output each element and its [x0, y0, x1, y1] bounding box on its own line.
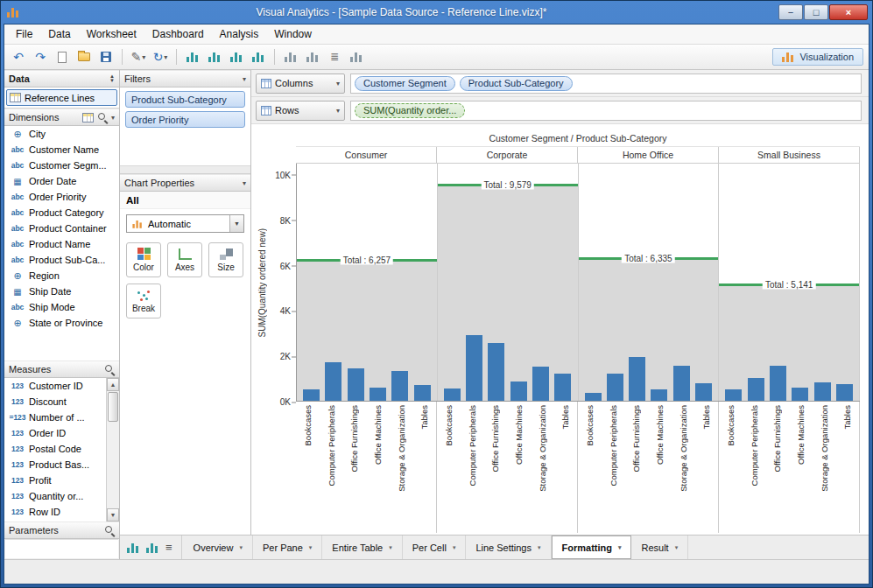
field-quantity-or[interactable]: 123Quantity or... — [4, 488, 106, 504]
field-discount[interactable]: 123Discount — [4, 394, 106, 410]
bar-tables[interactable] — [836, 384, 853, 401]
bar-storage-organization[interactable] — [814, 382, 831, 401]
bar-bookcases[interactable] — [725, 389, 742, 401]
open-button[interactable] — [75, 47, 93, 66]
tab-per-cell[interactable]: Per Cell▾ — [403, 536, 467, 559]
search-icon[interactable] — [97, 112, 108, 122]
pill-customer-segment[interactable]: Customer Segment — [355, 76, 455, 91]
color-button[interactable]: Color — [126, 242, 161, 277]
bar-bookcases[interactable] — [303, 389, 320, 401]
field-state-or-province[interactable]: ⊕State or Province — [4, 315, 119, 331]
mark-type-select[interactable]: Automatic ▼ — [126, 214, 244, 233]
field-customer-segm[interactable]: abcCustomer Segm... — [4, 158, 119, 173]
search-icon[interactable] — [104, 364, 115, 374]
scroll-thumb[interactable] — [108, 392, 118, 422]
field-customer-id[interactable]: 123Customer ID — [4, 378, 106, 394]
field-product-sub-ca[interactable]: abcProduct Sub-Ca... — [4, 252, 119, 268]
bar-office-machines[interactable] — [370, 388, 386, 401]
bar-office-machines[interactable] — [651, 389, 667, 401]
title-bar[interactable]: Visual Analytics - [Sample Data Source -… — [4, 1, 869, 24]
field-customer-name[interactable]: abcCustomer Name — [4, 142, 119, 158]
chevron-down-icon[interactable]: ▾ — [243, 179, 246, 187]
field-region[interactable]: ⊕Region — [4, 268, 119, 284]
filter-pill-product-sub-category[interactable]: Product Sub-Category — [125, 91, 245, 108]
scroll-up-button[interactable]: ▲ — [107, 378, 119, 391]
bar-chart-icon[interactable] — [127, 542, 139, 553]
data-source-reference-lines[interactable]: Reference Lines — [6, 89, 117, 106]
bar-office-furnishings[interactable] — [770, 366, 786, 401]
bar-storage-organization[interactable] — [532, 367, 549, 401]
undo-button[interactable]: ↶ — [10, 47, 27, 66]
view-data-icon[interactable] — [82, 113, 94, 122]
bar-computer-peripherals[interactable] — [748, 378, 764, 401]
chart-pane-corporate[interactable]: Total : 9,579 — [438, 164, 579, 401]
grid-chart-icon[interactable] — [146, 542, 158, 553]
field-row-id[interactable]: 123Row ID — [4, 504, 106, 520]
format-grid-button[interactable]: ≣ — [326, 47, 343, 66]
measures-header[interactable]: Measures — [4, 360, 119, 378]
new-sheet-button[interactable] — [53, 47, 71, 66]
bar-office-furnishings[interactable] — [629, 357, 645, 401]
bar-bookcases[interactable] — [444, 388, 461, 401]
bar-computer-peripherals[interactable] — [466, 335, 482, 401]
bar-bookcases[interactable] — [585, 393, 602, 401]
columns-shelf[interactable]: Customer SegmentProduct Sub-Category — [350, 74, 862, 94]
collapse-expand-icon[interactable]: ▲▼ — [109, 74, 115, 83]
maximize-button[interactable]: □ — [804, 4, 828, 20]
rows-control[interactable]: Rows ▾ — [256, 101, 345, 121]
columns-control[interactable]: Columns ▾ — [256, 74, 345, 94]
chevron-down-icon[interactable]: ▾ — [243, 75, 246, 83]
menu-dashboard[interactable]: Dashboard — [144, 24, 212, 44]
parameters-header[interactable]: Parameters — [4, 522, 119, 539]
bar-computer-peripherals[interactable] — [607, 374, 623, 401]
filters-header[interactable]: Filters ▾ — [120, 70, 250, 88]
bar-office-machines[interactable] — [510, 382, 527, 401]
scroll-down-button[interactable]: ▼ — [107, 508, 119, 522]
tab-per-pane[interactable]: Per Pane▾ — [253, 536, 322, 559]
bar-tables[interactable] — [695, 383, 712, 401]
data-panel-header[interactable]: Data ▲▼ — [4, 70, 119, 88]
ruler-bars-chart-button[interactable] — [228, 47, 245, 66]
menu-window[interactable]: Window — [266, 24, 320, 44]
tab-formatting[interactable]: Formatting▾ — [552, 536, 632, 559]
field-order-id[interactable]: 123Order ID — [4, 425, 106, 441]
bar-tables[interactable] — [554, 374, 571, 401]
tab-line-settings[interactable]: Line Settings▾ — [466, 536, 551, 559]
highlight-bars-chart-button[interactable] — [250, 47, 267, 66]
measures-scrollbar[interactable]: ▲ ▼ — [106, 378, 119, 522]
save-button[interactable] — [97, 47, 115, 66]
refresh-button[interactable]: ↻▾ — [151, 47, 169, 66]
filters-shelf[interactable]: Product Sub-CategoryOrder Priority — [120, 88, 250, 166]
close-button[interactable]: × — [829, 4, 868, 20]
break-button[interactable]: Break — [126, 284, 161, 318]
field-number-of[interactable]: =123Number of ... — [4, 410, 106, 425]
menu-analysis[interactable]: Analysis — [212, 24, 267, 44]
field-city[interactable]: ⊕City — [4, 126, 119, 142]
add-bars-chart-button[interactable] — [184, 47, 201, 66]
select-chart-button[interactable] — [282, 47, 299, 66]
filter-pill-order-priority[interactable]: Order Priority — [125, 111, 245, 128]
pill-sum-quantity-order[interactable]: SUM(Quantity order... — [355, 103, 465, 118]
chart-properties-header[interactable]: Chart Properties ▾ — [120, 174, 250, 192]
menu-worksheet[interactable]: Worksheet — [79, 24, 144, 44]
bar-office-furnishings[interactable] — [488, 343, 504, 401]
menu-file[interactable]: File — [8, 24, 40, 44]
field-product-name[interactable]: abcProduct Name — [4, 236, 119, 252]
menu-data[interactable]: Data — [40, 24, 78, 44]
tab-result[interactable]: Result▾ — [631, 536, 688, 559]
rows-shelf[interactable]: SUM(Quantity order... — [350, 101, 862, 121]
dimensions-header[interactable]: Dimensions ▾ — [4, 108, 119, 126]
visualization-button[interactable]: Visualization — [772, 48, 863, 66]
field-ship-date[interactable]: ▦Ship Date — [4, 284, 119, 299]
sort-button[interactable] — [304, 47, 321, 66]
field-order-date[interactable]: ▦Order Date — [4, 173, 119, 189]
field-order-priority[interactable]: abcOrder Priority — [4, 189, 119, 205]
bar-tables[interactable] — [414, 385, 431, 401]
bar-storage-organization[interactable] — [673, 366, 690, 401]
field-product-bas[interactable]: 123Product Bas... — [4, 457, 106, 472]
chart-pane-home-office[interactable]: Total : 6,335 — [579, 164, 720, 401]
list-icon[interactable]: ≡ — [165, 541, 172, 554]
bar-office-machines[interactable] — [792, 388, 808, 401]
panel-splitter[interactable] — [120, 166, 250, 174]
chart-pane-consumer[interactable]: Total : 6,257 — [297, 164, 438, 401]
